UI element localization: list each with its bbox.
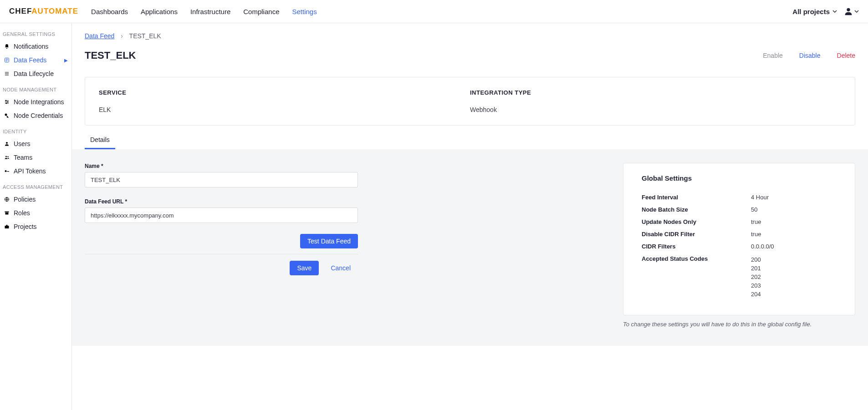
svg-rect-12 xyxy=(5,213,9,215)
logo-chef: CHEF xyxy=(9,7,31,15)
nav-settings[interactable]: Settings xyxy=(292,8,317,15)
status-code: 202 xyxy=(751,273,761,281)
topnav-links: Dashboards Applications Infrastructure C… xyxy=(91,8,317,15)
globe-icon xyxy=(4,197,10,202)
sidebar-item-label: Notifications xyxy=(14,43,48,50)
delete-button[interactable]: Delete xyxy=(837,52,855,59)
tab-bar: Details xyxy=(85,131,855,149)
chevron-down-icon xyxy=(832,9,837,14)
sidebar-item-notifications[interactable]: Notifications xyxy=(0,40,71,53)
logo-automate: AUTOMATE xyxy=(31,7,78,15)
sidebar-item-label: Node Credentials xyxy=(14,112,63,119)
breadcrumb: Data Feed › TEST_ELK xyxy=(85,32,855,40)
sidebar-item-node-credentials[interactable]: Node Credentials xyxy=(0,109,71,122)
form-column: Name * Data Feed URL * Test Data Feed Sa… xyxy=(85,163,358,275)
sidebar-item-data-feeds[interactable]: Data Feeds ▶ xyxy=(0,53,71,67)
sidebar-item-projects[interactable]: Projects xyxy=(0,220,71,233)
main-content: Data Feed › TEST_ELK TEST_ELK Enable Dis… xyxy=(72,23,868,410)
gs-key: Accepted Status Codes xyxy=(642,255,751,299)
gs-status-codes: 200 201 202 203 204 xyxy=(751,255,761,299)
token-icon xyxy=(4,168,10,174)
save-button[interactable]: Save xyxy=(290,261,319,275)
nav-dashboards[interactable]: Dashboards xyxy=(91,8,128,15)
breadcrumb-current: TEST_ELK xyxy=(129,32,161,40)
name-label: Name * xyxy=(85,163,358,169)
bell-icon xyxy=(4,44,10,49)
gs-key: Update Nodes Only xyxy=(642,218,751,225)
sidebar-item-api-tokens[interactable]: API Tokens xyxy=(0,164,71,178)
svg-point-7 xyxy=(5,156,7,157)
section-general-settings: GENERAL SETTINGS xyxy=(0,31,71,37)
tab-details[interactable]: Details xyxy=(85,132,115,149)
gs-key: Node Batch Size xyxy=(642,206,751,213)
service-value: ELK xyxy=(99,106,470,113)
sidebar-item-label: Projects xyxy=(14,223,37,230)
chevron-down-icon xyxy=(854,9,859,14)
title-actions: Enable Disable Delete xyxy=(763,52,855,59)
feed-icon xyxy=(4,57,10,63)
cancel-button[interactable]: Cancel xyxy=(323,261,358,275)
integration-type-value: Webhook xyxy=(470,106,841,113)
global-settings-column: Global Settings Feed Interval 4 Hour Nod… xyxy=(623,163,855,328)
status-code: 200 xyxy=(751,255,761,264)
url-input[interactable] xyxy=(85,208,358,223)
svg-point-8 xyxy=(7,156,9,157)
users-icon xyxy=(4,155,10,160)
nav-applications[interactable]: Applications xyxy=(141,8,178,15)
sidebar: GENERAL SETTINGS Notifications Data Feed… xyxy=(0,23,72,410)
page-title: TEST_ELK xyxy=(85,50,136,61)
nav-infrastructure[interactable]: Infrastructure xyxy=(190,8,230,15)
gs-val: true xyxy=(751,218,761,225)
sidebar-item-data-lifecycle[interactable]: Data Lifecycle xyxy=(0,67,71,81)
divider xyxy=(85,254,358,254)
status-code: 203 xyxy=(751,281,761,290)
sidebar-item-label: Policies xyxy=(14,196,36,203)
top-nav: CHEFAUTOMATE Dashboards Applications Inf… xyxy=(0,0,868,23)
sidebar-item-users[interactable]: Users xyxy=(0,137,71,151)
svg-point-4 xyxy=(6,103,7,104)
svg-point-9 xyxy=(5,170,7,172)
sidebar-item-roles[interactable]: Roles xyxy=(0,206,71,220)
status-code: 201 xyxy=(751,264,761,273)
user-icon xyxy=(4,141,10,147)
svg-point-0 xyxy=(847,8,850,11)
breadcrumb-root[interactable]: Data Feed xyxy=(85,32,114,40)
caret-right-icon: ▶ xyxy=(64,58,68,63)
global-settings-note: To change these settings you will have t… xyxy=(623,321,855,328)
user-menu[interactable] xyxy=(843,6,859,16)
sidebar-item-label: Node Integrations xyxy=(14,98,64,106)
integration-type-label: INTEGRATION TYPE xyxy=(470,89,841,96)
sliders-icon xyxy=(4,99,10,105)
gs-val: 50 xyxy=(751,206,757,213)
gs-key: Feed Interval xyxy=(642,194,751,201)
sidebar-item-policies[interactable]: Policies xyxy=(0,192,71,206)
section-node-management: NODE MANAGEMENT xyxy=(0,87,71,92)
sidebar-item-label: Data Lifecycle xyxy=(14,70,54,77)
breadcrumb-sep: › xyxy=(121,32,123,40)
global-settings-title: Global Settings xyxy=(642,174,837,182)
disable-button[interactable]: Disable xyxy=(799,52,821,59)
svg-point-3 xyxy=(7,101,8,102)
sidebar-item-label: Roles xyxy=(14,209,30,217)
svg-rect-11 xyxy=(5,212,9,213)
list-icon xyxy=(4,71,10,76)
details-area: Name * Data Feed URL * Test Data Feed Sa… xyxy=(72,149,868,346)
user-icon xyxy=(843,6,853,16)
sidebar-item-label: Data Feeds xyxy=(14,56,46,64)
svg-point-2 xyxy=(5,100,6,101)
service-label: SERVICE xyxy=(99,89,470,96)
nav-compliance[interactable]: Compliance xyxy=(243,8,279,15)
name-input[interactable] xyxy=(85,172,358,187)
enable-button[interactable]: Enable xyxy=(763,52,783,59)
gs-val: 4 Hour xyxy=(751,194,769,201)
projects-label: All projects xyxy=(792,8,830,15)
section-access-management: ACCESS MANAGEMENT xyxy=(0,184,71,190)
sidebar-item-teams[interactable]: Teams xyxy=(0,151,71,164)
sidebar-item-node-integrations[interactable]: Node Integrations xyxy=(0,95,71,109)
projects-dropdown[interactable]: All projects xyxy=(792,8,837,15)
summary-card: SERVICE ELK INTEGRATION TYPE Webhook xyxy=(85,77,855,126)
briefcase-icon xyxy=(4,224,10,229)
sidebar-item-label: Teams xyxy=(14,154,32,161)
archive-icon xyxy=(4,210,10,216)
test-data-feed-button[interactable]: Test Data Feed xyxy=(300,234,358,248)
